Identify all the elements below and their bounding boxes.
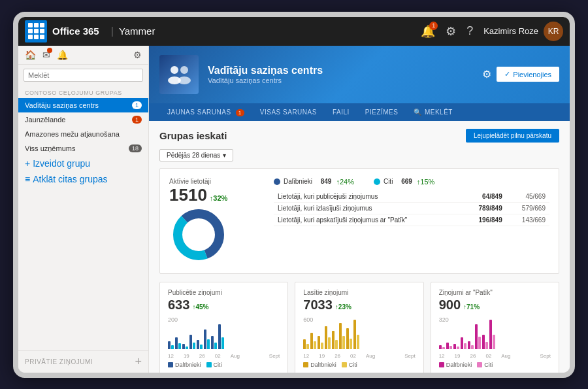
svg-point-1 <box>180 66 188 74</box>
nav-badge: 1 <box>236 109 244 116</box>
mini-card-likes: Ziņojumi ar "Patīk" 900 ↑71% 320 <box>431 282 559 373</box>
mail-button[interactable]: ✉ <box>42 50 50 60</box>
notification-button[interactable]: 🔔 1 <box>421 24 435 39</box>
add-other-label: Atklāt citas grupas <box>33 174 107 184</box>
settings-button[interactable]: ⚙ <box>446 24 456 39</box>
legend-dot <box>303 362 308 367</box>
nav-item-all-conversations[interactable]: VISAS SARUNAS <box>252 103 325 121</box>
svg-point-7 <box>183 219 214 250</box>
count-value: 633 <box>168 297 189 313</box>
sidebar-item-vadituji[interactable]: Vadītāju saziņas centrs 1 <box>18 98 148 112</box>
join-button[interactable]: ✓ Pievienojies <box>497 67 559 82</box>
private-messages-label: PRIVĀTIE ZIŅOJUMI <box>25 358 93 365</box>
count-value: 7033 <box>303 297 333 313</box>
members-value: 849 <box>321 178 332 185</box>
help-button[interactable]: ? <box>466 24 473 38</box>
mail-badge <box>47 48 52 53</box>
stats-table: Lietotāji, kuri publicējuši ziņojumus 64… <box>274 191 549 226</box>
active-users-count: 1510 ↑32% <box>169 185 261 205</box>
svg-point-0 <box>171 66 178 74</box>
sidebar-item-label: Viss uzņēmums <box>25 144 75 152</box>
sidebar-item-count: 1 <box>132 116 142 124</box>
sidebar-item-label: Jaunzēlande <box>25 116 65 124</box>
others-value: 669 <box>401 178 412 185</box>
content-area: Vadītāju saziņas centrs Vadītāju saziņas… <box>149 46 570 373</box>
app-label: Yammer <box>119 25 155 37</box>
nav-label: VISAS SARUNAS <box>260 109 317 116</box>
legend-others: Citi <box>206 362 222 368</box>
chart-axis: 12192602 AugSept <box>168 353 280 359</box>
members-trend: ↑24% <box>336 178 354 186</box>
sidebar-item-amazones[interactable]: Amazones mežu atjaunošana <box>18 127 148 141</box>
group-avatar-icon <box>165 59 194 89</box>
join-label: Pievienojies <box>513 71 551 78</box>
checkmark-icon: ✓ <box>504 70 510 78</box>
bell-button[interactable]: 🔔 <box>57 50 68 60</box>
legend-members: Dalībnieki <box>303 362 336 368</box>
svg-point-3 <box>178 76 191 84</box>
stats-main-card: Aktīvie lietotāji 1510 ↑32% <box>159 168 559 274</box>
stat-members: 64/849 <box>463 191 506 203</box>
date-filter-label: Pēdējās 28 dienas <box>167 152 220 159</box>
sidebar-section-label: CONTOSO CEĻOJUMU GRUPAS <box>18 86 148 98</box>
create-group-link[interactable]: + Izveidot grupu <box>18 156 148 171</box>
members-dot <box>274 178 280 185</box>
mini-card-title: Lasītie ziņojumi <box>303 289 415 296</box>
legend-dot <box>342 362 347 367</box>
waffle-button[interactable] <box>25 20 47 42</box>
insights-title: Grupas ieskati <box>159 130 227 141</box>
search-input[interactable] <box>24 69 143 82</box>
count-trend: ↑23% <box>335 303 351 311</box>
donut-svg <box>169 205 228 264</box>
table-row: Lietotāji, kuri publicējuši ziņojumus 64… <box>274 191 549 203</box>
nav-item-files[interactable]: FAILI <box>325 103 357 121</box>
mini-card-read: Lasītie ziņojumi 7033 ↑23% 600 <box>295 282 423 373</box>
sidebar-item-jaunzelade[interactable]: Jaunzēlande 1 <box>18 112 148 127</box>
stat-members: 789/849 <box>463 202 506 214</box>
mini-card-title: Publicētie ziņojumi <box>168 289 280 296</box>
chart-legend: Dalībnieki Citi <box>303 362 415 368</box>
stat-others: 143/669 <box>506 214 549 226</box>
chart-axis: 12192602 AugSept <box>303 353 415 359</box>
legend-label: Citi <box>349 362 357 368</box>
nav-item-search[interactable]: 🔍 MEKLĒT <box>406 103 461 121</box>
stat-others: 45/669 <box>506 191 549 203</box>
legend-dot <box>477 362 482 367</box>
sidebar-item-viss[interactable]: Viss uzņēmums 18 <box>18 141 148 156</box>
count-trend: ↑45% <box>192 303 208 311</box>
chart-legend: Dalībnieki Citi <box>439 362 551 368</box>
nav-label: FAILI <box>333 109 350 116</box>
nav-label: JAUNAS SARUNAS <box>167 109 231 116</box>
full-report-button[interactable]: Lejupielādēt pilnu pārskatu <box>466 129 559 143</box>
active-users-right: Dalībnieki 849 ↑24% Citi 669 ↑15% <box>274 178 549 264</box>
group-settings-button[interactable]: ⚙ <box>482 68 491 80</box>
main-layout: 🏠 ✉ 🔔 ⚙ CONTOSO CEĻOJUMU GRUPAS Vadītāju… <box>18 46 570 373</box>
published-bar-chart: 200 <box>168 316 280 349</box>
plus-icon: + <box>25 158 30 169</box>
count-trend: ↑71% <box>463 303 480 311</box>
others-label: Citi <box>384 178 393 185</box>
chart-legend: Dalībnieki Citi <box>168 362 280 368</box>
mini-card-count: 633 ↑45% <box>168 297 280 313</box>
table-row: Lietotāji, kuri apskatījuši ziņojumus ar… <box>274 214 549 226</box>
sidebar-item-count: 18 <box>129 144 142 152</box>
mini-card-count: 900 ↑71% <box>439 297 551 313</box>
add-icon: ≡ <box>25 174 30 184</box>
others-trend: ↑15% <box>417 178 435 186</box>
active-count-value: 1510 <box>169 185 207 205</box>
date-filter-button[interactable]: Pēdējās 28 dienas ▾ <box>159 149 233 161</box>
nav-item-notes[interactable]: PIEZĪMES <box>357 103 406 121</box>
sidebar-footer: PRIVĀTIE ZIŅOJUMI + <box>18 350 148 373</box>
others-legend: Citi 669 ↑15% <box>374 178 434 186</box>
sidebar-top-icons: 🏠 ✉ 🔔 ⚙ <box>18 46 148 65</box>
notification-badge: 1 <box>429 22 438 30</box>
add-private-message-button[interactable]: + <box>135 355 142 369</box>
add-other-groups-link[interactable]: ≡ Atklāt citas grupas <box>18 171 148 187</box>
sidebar-search <box>18 65 148 86</box>
sidebar-settings-button[interactable]: ⚙ <box>133 50 142 60</box>
home-button[interactable]: 🏠 <box>25 50 36 60</box>
nav-item-new-conversations[interactable]: JAUNAS SARUNAS 1 <box>159 103 252 121</box>
legend-others: Citi <box>342 362 357 368</box>
legend-members: Dalībnieki <box>168 362 201 368</box>
avatar[interactable]: KR <box>544 22 563 41</box>
